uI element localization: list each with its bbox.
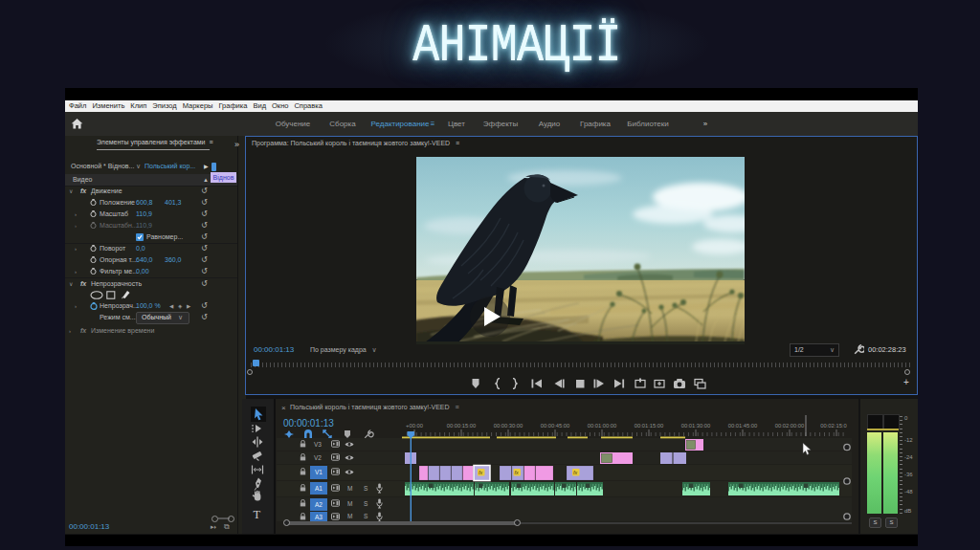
svg-text:00:02:00:00: 00:02:00:00 [775,423,805,429]
svg-text:T: T [254,508,261,521]
svg-text:00:00:15:00: 00:00:15:00 [447,423,477,429]
svg-text:00:01:00:00: 00:01:00:00 [588,423,617,429]
svg-text:00:01:45:00: 00:01:45:00 [728,423,758,429]
svg-text:00:01:15:00: 00:01:15:00 [635,423,664,429]
svg-text:+00:00: +00:00 [406,423,423,429]
svg-text:fx: fx [515,470,520,475]
svg-text:fx: fx [479,470,483,475]
svg-text:00:00:30:00: 00:00:30:00 [494,423,523,429]
svg-text:00:02:15:0: 00:02:15:0 [820,423,846,429]
svg-text:00:01:30:00: 00:01:30:00 [681,423,711,429]
svg-text:00:00:45:00: 00:00:45:00 [541,423,570,429]
svg-text:fx: fx [573,470,578,475]
